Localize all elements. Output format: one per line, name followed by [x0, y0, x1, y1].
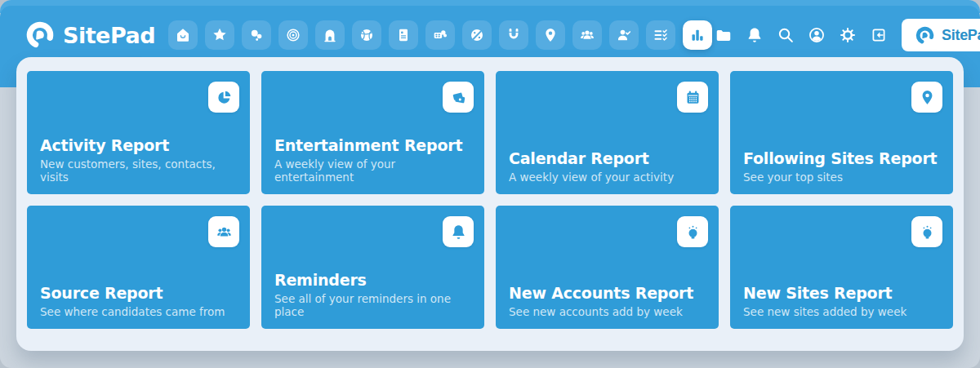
- nav-star-button[interactable]: [205, 20, 234, 50]
- bell-icon: [746, 26, 764, 44]
- card-title: Source Report: [40, 284, 238, 302]
- card-subtitle: See new accounts add by week: [509, 305, 707, 318]
- card-title: Calendar Report: [509, 149, 707, 167]
- card-reminders[interactable]: RemindersSee all of your reminders in on…: [261, 206, 484, 329]
- nav-person-check-button[interactable]: [609, 20, 639, 50]
- star-icon: [212, 27, 228, 43]
- bell-button[interactable]: [743, 24, 766, 47]
- card-subtitle: See new sites added by week: [743, 305, 942, 318]
- brand-name: SitePad: [63, 23, 155, 48]
- logout-button[interactable]: [867, 24, 890, 47]
- nav-home-button[interactable]: [168, 20, 198, 50]
- group-icon: [208, 216, 239, 247]
- user-icon: [808, 26, 826, 44]
- person-check-icon: [616, 27, 632, 43]
- bell-icon: [443, 216, 474, 247]
- sitepad-logo-icon: [915, 25, 935, 46]
- app-window: SitePad What's New SitePad Activity Repo…: [0, 0, 980, 368]
- nav-map-pin-button[interactable]: [536, 20, 565, 50]
- target-icon: [285, 27, 301, 43]
- bar-chart-icon: [689, 27, 706, 43]
- nav-id-card-button[interactable]: [389, 20, 418, 50]
- card-entertainment-report[interactable]: Entertainment ReportA weekly view of you…: [261, 71, 484, 194]
- header: SitePad What's New SitePad: [0, 6, 980, 64]
- pie-chart-icon: [208, 82, 239, 113]
- dots-icon: [248, 27, 265, 43]
- nav-bar-chart-button[interactable]: [683, 20, 712, 50]
- card-subtitle: A weekly view of your entertainment: [274, 157, 473, 184]
- nav-target-button[interactable]: [278, 20, 308, 50]
- main-toolbar: [168, 20, 712, 50]
- card-title: Activity Report: [40, 136, 238, 154]
- sitepad-logo-icon: [24, 20, 56, 51]
- nav-slash-circle-button[interactable]: [462, 20, 492, 50]
- card-calendar-report[interactable]: Calendar ReportA weekly view of your act…: [496, 71, 719, 194]
- train-icon: [432, 27, 448, 43]
- map-pin-icon: [542, 27, 559, 43]
- lightbulb-icon: [677, 216, 708, 247]
- nav-train-button[interactable]: [425, 20, 455, 50]
- reports-panel: Activity ReportNew customers, sites, con…: [16, 57, 964, 351]
- card-title: Following Sites Report: [743, 149, 942, 167]
- doorway-icon: [322, 27, 338, 43]
- card-new-accounts-report[interactable]: New Accounts ReportSee new accounts add …: [496, 206, 719, 329]
- card-activity-report[interactable]: Activity ReportNew customers, sites, con…: [27, 71, 250, 194]
- account-button[interactable]: SitePad: [902, 19, 980, 51]
- lightbulb-icon: [911, 216, 942, 247]
- card-subtitle: A weekly view of your activity: [509, 171, 707, 184]
- checklist-icon: [653, 27, 669, 43]
- magnet-icon: [506, 27, 522, 43]
- header-utility-icons: [712, 24, 890, 47]
- reports-grid: Activity ReportNew customers, sites, con…: [16, 57, 964, 343]
- nav-checklist-button[interactable]: [646, 20, 675, 50]
- logout-icon: [870, 26, 888, 44]
- folder-icon: [715, 26, 733, 44]
- card-subtitle: See all of your reminders in one place: [274, 292, 473, 318]
- gear-icon: [839, 26, 857, 44]
- search-button[interactable]: [774, 24, 797, 47]
- card-following-sites-report[interactable]: Following Sites ReportSee your top sites: [730, 71, 953, 194]
- card-subtitle: New customers, sites, contacts, visits: [40, 157, 238, 184]
- id-card-icon: [395, 27, 412, 43]
- search-icon: [777, 26, 795, 44]
- card-title: Reminders: [274, 271, 473, 289]
- home-icon: [175, 27, 191, 43]
- folder-button[interactable]: [712, 24, 735, 47]
- nav-magnet-button[interactable]: [499, 20, 528, 50]
- gear-button[interactable]: [836, 24, 859, 47]
- card-title: Entertainment Report: [274, 136, 473, 154]
- nav-group-button[interactable]: [572, 20, 602, 50]
- card-title: New Sites Report: [743, 284, 942, 302]
- map-pin-icon: [911, 82, 942, 113]
- calendar-icon: [677, 82, 708, 113]
- slash-circle-icon: [469, 27, 485, 43]
- basketball-icon: [359, 27, 375, 43]
- card-subtitle: See your top sites: [743, 171, 942, 184]
- user-button[interactable]: [805, 24, 828, 47]
- nav-doorway-button[interactable]: [315, 20, 345, 50]
- group-icon: [579, 27, 595, 43]
- card-new-sites-report[interactable]: New Sites ReportSee new sites added by w…: [730, 206, 953, 329]
- card-title: New Accounts Report: [509, 284, 707, 302]
- nav-basketball-button[interactable]: [352, 20, 381, 50]
- card-subtitle: See where candidates came from: [40, 305, 238, 318]
- brand[interactable]: SitePad What's New: [24, 20, 155, 51]
- nav-dots-button[interactable]: [242, 20, 271, 50]
- account-button-label: SitePad: [942, 27, 980, 44]
- card-source-report[interactable]: Source ReportSee where candidates came f…: [27, 206, 250, 329]
- tickets-icon: [443, 82, 474, 113]
